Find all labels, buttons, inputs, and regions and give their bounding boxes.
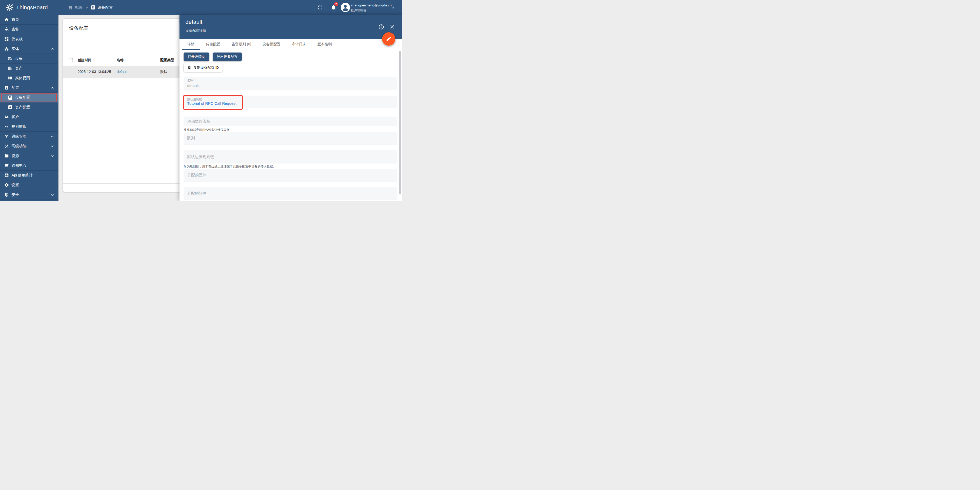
tab-audit-logs[interactable]: 审计日志 [286, 39, 312, 50]
column-header-name[interactable]: 名称 [117, 58, 124, 62]
copy-profile-id-button[interactable]: 复制设备配置 ID [184, 63, 223, 72]
sidebar-item-entity-views[interactable]: 实体视图 [0, 73, 58, 83]
queue-field[interactable]: 队列 [184, 132, 397, 144]
tab-details[interactable]: 详情 [182, 39, 200, 50]
entity-views-icon [8, 76, 13, 81]
chevron-down-icon[interactable] [50, 154, 54, 158]
close-icon[interactable] [390, 24, 395, 29]
notification-count-badge[interactable]: 2 [334, 2, 338, 6]
customers-icon [4, 114, 9, 119]
avatar[interactable] [341, 3, 350, 12]
sidebar-item-api-usage[interactable]: Api 使用统计 [0, 171, 58, 180]
sidebar-item-label: Api 使用统计 [11, 173, 33, 178]
devices-icon [8, 56, 13, 61]
top-bar: ThingsBoard 配置>D设备配置 2 zhangpeisheng@jin… [0, 0, 402, 15]
sidebar-item-entities[interactable]: 实体 [0, 44, 58, 54]
sidebar-item-profiles[interactable]: 配置 [0, 83, 58, 93]
sidebar-item-notification-center[interactable]: 通知中心 [0, 161, 58, 171]
sidebar-item-label: 实体 [11, 46, 19, 51]
panel-scrollbar-thumb[interactable] [399, 51, 401, 194]
sidebar-item-label: 告警 [11, 27, 19, 32]
sidebar-item-alarms[interactable]: 告警 [0, 25, 58, 34]
sidebar-item-devices[interactable]: 设备 [0, 54, 58, 63]
sidebar-item-label: 资产 [15, 66, 22, 71]
settings-icon [4, 182, 9, 187]
sidebar-item-settings[interactable]: 设置 [0, 180, 58, 190]
sort-desc-icon[interactable]: ↓ [93, 58, 95, 62]
dashboards-icon [4, 36, 9, 41]
tab-alarm-rules[interactable]: 告警规则 (0) [226, 39, 257, 50]
chevron-down-icon[interactable] [50, 193, 54, 197]
tab-version-control[interactable]: 版本控制 [312, 39, 337, 50]
fullscreen-icon[interactable] [317, 5, 323, 10]
default-rule-chain-link[interactable]: Tutorial of RPC Call Request [187, 101, 236, 106]
export-profile-button[interactable]: 导出设备配置 [213, 52, 242, 61]
tab-device-provisioning[interactable]: 设备预配置 [257, 39, 286, 50]
default-edge-rule-chain-hint: 作为规则链，用于在边缘上处理属于此设备配置中设备的传入数据。 [184, 165, 276, 169]
mobile-dashboard-placeholder: 移动端仪表板 [187, 119, 210, 124]
notifications-icon [4, 163, 9, 168]
rule-chains-icon [4, 124, 9, 129]
sidebar-item-label: 边缘管理 [11, 134, 26, 139]
name-field[interactable]: 名称* default [184, 77, 397, 90]
sidebar-item-label: 资产配置 [15, 105, 30, 109]
sidebar-item-label: 通知中心 [11, 163, 26, 168]
pencil-icon [386, 36, 391, 42]
default-rule-chain-label: 默认规则链 [187, 98, 202, 101]
cell-name: default [117, 70, 127, 74]
entities-icon [4, 46, 9, 51]
sidebar-item-edge-management[interactable]: 边缘管理 [0, 132, 58, 141]
sidebar-item-resources[interactable]: 资源 [0, 151, 58, 161]
sidebar: 首页告警仪表板实体设备资产实体视图配置D设备配置A资产配置客户规则链库边缘管理高… [0, 15, 58, 201]
sidebar-item-device-profiles[interactable]: D设备配置 [0, 93, 58, 103]
sidebar-scrollbar[interactable] [58, 15, 59, 201]
assigned-software-field[interactable]: 分配的软件 [184, 187, 397, 200]
kebab-menu-icon[interactable] [390, 5, 396, 10]
assets-icon [8, 66, 13, 71]
breadcrumb-separator: > [86, 6, 88, 10]
sidebar-item-asset-profiles[interactable]: A资产配置 [0, 103, 58, 112]
sidebar-item-label: 实体视图 [15, 76, 30, 81]
sidebar-item-advanced-features[interactable]: 高级功能 [0, 141, 58, 151]
sidebar-item-home[interactable]: 首页 [0, 15, 58, 25]
sidebar-item-customers[interactable]: 客户 [0, 112, 58, 122]
chevron-up-icon[interactable] [50, 47, 54, 51]
chevron-down-icon[interactable] [50, 135, 54, 139]
default-edge-rule-chain-field[interactable]: 默认边缘规则链 [184, 151, 397, 163]
logo[interactable]: ThingsBoard [6, 0, 48, 15]
breadcrumb-item[interactable]: D设备配置 [91, 5, 113, 10]
api-icon [4, 173, 9, 178]
assigned-software-placeholder: 分配的软件 [187, 191, 207, 196]
user-email[interactable]: zhangpeisheng@jingda.cn [351, 3, 391, 7]
help-icon[interactable] [378, 24, 384, 30]
sidebar-item-label: 资源 [11, 154, 19, 158]
sidebar-item-assets[interactable]: 资产 [0, 63, 58, 73]
badge-icon [4, 85, 9, 90]
sidebar-item-security[interactable]: 安全 [0, 190, 58, 200]
sidebar-item-dashboards[interactable]: 仪表板 [0, 34, 58, 44]
edge-icon [4, 134, 9, 139]
breadcrumb-label: 设备配置 [98, 5, 113, 10]
device-profile-icon: D [91, 5, 95, 10]
mobile-dashboard-field[interactable]: 移动端仪表板 [184, 117, 397, 126]
detail-tabs: 详情传输配置告警规则 (0)设备预配置审计日志版本控制 [180, 39, 402, 50]
detail-title: default [185, 19, 202, 25]
thingsboard-app: ThingsBoard 配置>D设备配置 2 zhangpeisheng@jin… [0, 0, 402, 201]
advanced-icon [4, 144, 9, 149]
thingsboard-logo-icon [6, 3, 14, 11]
chevron-up-icon[interactable] [50, 86, 54, 90]
breadcrumb-item[interactable]: 配置 [68, 5, 83, 10]
sidebar-item-rule-chains[interactable]: 规则链库 [0, 122, 58, 132]
default-edge-rule-chain-placeholder: 默认边缘规则链 [187, 154, 214, 159]
column-header-type[interactable]: 配置类型 [160, 58, 174, 62]
open-details-page-button[interactable]: 打开详情页 [184, 52, 209, 61]
select-all-checkbox[interactable] [69, 58, 73, 62]
edit-fab-button[interactable] [382, 32, 395, 46]
column-header-created-time[interactable]: 创建时间↓ [78, 58, 95, 62]
chevron-down-icon[interactable] [50, 144, 54, 148]
default-rule-chain-field[interactable]: 默认规则链 Tutorial of RPC Call Request [184, 96, 397, 108]
sidebar-item-label: 高级功能 [11, 144, 26, 149]
assigned-firmware-field[interactable]: 分配的固件 [184, 169, 397, 182]
cell-type: 默认 [160, 70, 167, 74]
tab-transport[interactable]: 传输配置 [200, 39, 226, 50]
